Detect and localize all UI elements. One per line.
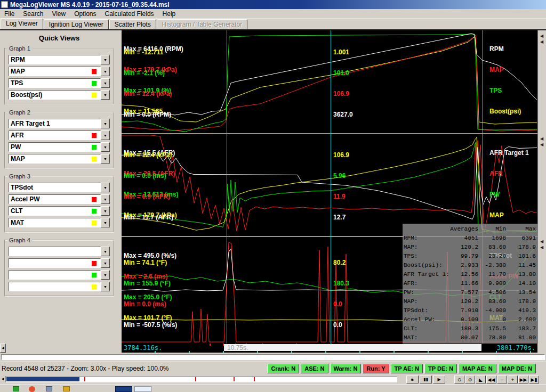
combo-value: MAP xyxy=(11,68,92,75)
dropdown-button[interactable]: ▼ xyxy=(101,154,110,164)
dropdown-button[interactable]: ▼ xyxy=(101,130,110,140)
zoom-in-button[interactable]: ⊕ xyxy=(465,375,475,383)
tab-histogram-table-generator: Histogram / Table Generator xyxy=(157,19,248,29)
cursor-value: 0.0 xyxy=(333,301,351,308)
min-label: Min = 0.0 (ms) xyxy=(124,301,177,308)
combo-value: Boost(psi) xyxy=(11,91,92,99)
timeline-thumb[interactable]: 10.75s. xyxy=(224,344,481,351)
menu-search[interactable]: Search xyxy=(19,10,47,18)
stats-cell: MAT: xyxy=(404,333,446,342)
dropdown-button[interactable]: ▼ xyxy=(101,194,110,204)
graph1-panel[interactable]: Max = 6416.0 (RPM) Max = 179.7 (kPa) Max… xyxy=(122,30,537,133)
dropdown-button[interactable]: ▼ xyxy=(101,55,110,64)
taskbar-icon-2[interactable] xyxy=(29,386,35,392)
graph1-field3-combo[interactable]: TPS ▼ xyxy=(9,78,110,88)
menu-file[interactable]: File xyxy=(0,10,19,18)
skip-to-end-button[interactable]: ▶▮ xyxy=(529,375,539,383)
min-label: Min = -507.5 (%/s) xyxy=(124,322,177,329)
stats-cell: 6391 xyxy=(506,234,536,243)
zoom-out-button[interactable]: ⊖ xyxy=(454,375,464,383)
stats-cell: TPS: xyxy=(404,252,446,261)
pan-scrollbar-track[interactable] xyxy=(1,354,545,360)
speed-down-button[interactable]: − xyxy=(497,375,507,383)
dropdown-button[interactable]: ▼ xyxy=(101,218,110,227)
progress-scroll-left-icon[interactable]: ◄ xyxy=(0,375,5,383)
collapse-left-icon[interactable]: ◀ xyxy=(540,39,543,45)
timeline-track[interactable]: 3784.316s. 10.75s. 3801.770s. xyxy=(122,344,537,353)
graph4-field1-combo[interactable]: ▼ xyxy=(9,247,110,256)
collapse-left-icon[interactable]: ◀ xyxy=(540,136,543,142)
graph2-field4-combo[interactable]: MAP ▼ xyxy=(9,154,110,164)
menu-calculated-fields[interactable]: Calculated Fields xyxy=(101,10,158,18)
log-progress-track[interactable] xyxy=(5,376,397,382)
stats-header xyxy=(404,225,446,234)
graph4-field4-combo[interactable]: ▼ xyxy=(9,282,110,291)
menu-view[interactable]: View xyxy=(47,10,70,18)
collapse-left-icon[interactable]: ◀ xyxy=(540,245,543,250)
graph3-field1-combo[interactable]: TPSdot ▼ xyxy=(9,183,110,192)
graph2-field2-combo[interactable]: AFR ▼ xyxy=(9,130,110,140)
dropdown-button[interactable]: ▼ xyxy=(101,90,110,100)
stats-cell: 419.3 xyxy=(506,306,536,315)
caret-down-icon: ▼ xyxy=(103,186,107,190)
graph3-field2-combo[interactable]: Accel PW ▼ xyxy=(9,194,110,204)
zoom-fit-button[interactable]: ◣ xyxy=(476,375,486,383)
dropdown-button[interactable]: ▼ xyxy=(101,183,110,192)
tab-scatter-plots[interactable]: Scatter Plots xyxy=(109,19,156,29)
graph2-panel[interactable]: Max = 15.5 (AFR) Max = 20.5 (AFR) Max = … xyxy=(122,134,537,236)
window-start-marker xyxy=(227,30,227,344)
taskbar-window-button-active[interactable] xyxy=(115,386,132,392)
dropdown-button[interactable]: ▼ xyxy=(101,258,110,268)
rewind-button[interactable]: ◀◀ xyxy=(486,375,496,383)
app-icon xyxy=(1,1,8,8)
dropdown-button[interactable]: ▼ xyxy=(101,119,110,128)
pause-button[interactable]: ▮▮ xyxy=(420,375,432,383)
graph2-field3-combo[interactable]: PW ▼ xyxy=(9,142,110,152)
taskbar-icon-4[interactable] xyxy=(63,386,70,391)
graph1-field4-combo[interactable]: Boost(psi) ▼ xyxy=(9,90,110,100)
graph2-field1-combo[interactable]: AFR Target 1 ▼ xyxy=(9,119,110,128)
menu-options[interactable]: Options xyxy=(70,10,100,18)
graph4-field3-combo[interactable]: ▼ xyxy=(9,270,110,280)
dropdown-button[interactable]: ▼ xyxy=(101,67,110,76)
log-progress-bar xyxy=(6,377,79,381)
graph1-field2-combo[interactable]: MAP ▼ xyxy=(9,67,110,76)
graph4-field2-combo[interactable]: ▼ xyxy=(9,258,110,268)
speed-up-button[interactable]: + xyxy=(508,375,518,383)
tab-log-viewer[interactable]: Log Viewer xyxy=(1,18,43,29)
graph4-group-label: Graph 4 xyxy=(7,237,32,243)
play-button[interactable]: ▶ xyxy=(433,375,445,383)
caret-down-icon: ▼ xyxy=(103,250,107,254)
graph2-cursor-values: 106.9 5.96 11.9 12.7 xyxy=(333,138,351,235)
taskbar-window-button[interactable] xyxy=(134,386,151,392)
dropdown-button[interactable]: ▼ xyxy=(101,247,110,256)
taskbar-icon-3[interactable] xyxy=(46,386,52,391)
dropdown-button[interactable]: ▼ xyxy=(101,78,110,88)
taskbar-icon-1[interactable] xyxy=(13,386,19,391)
collapse-left-icon[interactable]: ◀ xyxy=(540,142,543,148)
stats-cell: 0 xyxy=(478,315,506,324)
graph1-group: Graph 1 RPM ▼ MAP ▼ TPS ▼ Boost(psi) ▼ xyxy=(4,45,114,105)
collapse-left-icon[interactable]: ◀ xyxy=(540,239,543,244)
graph1-field1-combo[interactable]: RPM ▼ xyxy=(9,55,110,64)
menu-help[interactable]: Help xyxy=(158,10,180,18)
graph-right-scrollbar[interactable]: ◀ ◀ ◀ ◀ ◀ ◀ xyxy=(537,30,546,344)
pause-icon: ▮▮ xyxy=(423,377,428,382)
tab-ignition-log-viewer[interactable]: Ignition Log Viewer xyxy=(44,19,109,29)
timeline-scroll-left-button[interactable]: ◄ xyxy=(0,344,6,353)
graph2-min-labels: Min = 12.4 (kPa) Min = 0.0 (ms) Min = 6.… xyxy=(124,138,173,235)
graph3-field3-combo[interactable]: CLT ▼ xyxy=(9,206,110,216)
dropdown-button[interactable]: ▼ xyxy=(101,270,110,280)
caret-down-icon: ▼ xyxy=(103,262,107,265)
caret-down-icon: ▼ xyxy=(103,81,107,85)
trace-rpm xyxy=(122,34,537,116)
fast-forward-button[interactable]: ▶▶ xyxy=(518,375,528,383)
dropdown-button[interactable]: ▼ xyxy=(101,142,110,152)
dropdown-button[interactable]: ▼ xyxy=(101,282,110,291)
playback-cursor-line[interactable] xyxy=(331,30,331,344)
stop-button[interactable]: ■ xyxy=(406,375,419,383)
dropdown-button[interactable]: ▼ xyxy=(101,206,110,216)
collapse-left-icon[interactable]: ◀ xyxy=(540,34,543,39)
graph3-field4-combo[interactable]: MAT ▼ xyxy=(9,218,110,227)
plot-area[interactable]: Max = 6416.0 (RPM) Max = 179.7 (kPa) Max… xyxy=(122,30,537,344)
